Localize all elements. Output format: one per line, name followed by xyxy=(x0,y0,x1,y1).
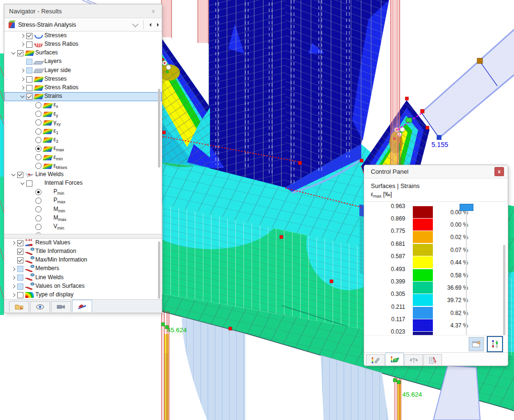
tree-item[interactable]: Mmax xyxy=(4,214,162,222)
tree-item-toggle[interactable] xyxy=(17,266,25,272)
tree-item[interactable]: Stresses xyxy=(4,32,162,40)
tree-item-toggle[interactable] xyxy=(17,257,25,263)
tree-item[interactable]: εx xyxy=(4,101,162,110)
tree-item[interactable]: Surfaces xyxy=(4,49,162,57)
expander-icon[interactable] xyxy=(10,284,17,289)
panel-options-button[interactable] xyxy=(469,337,484,351)
expander-icon[interactable] xyxy=(19,59,26,65)
tree-item-toggle[interactable] xyxy=(17,274,25,281)
scale-slider-handle[interactable] xyxy=(460,204,473,211)
expander-icon[interactable] xyxy=(28,103,35,108)
tree-scrollbar[interactable] xyxy=(158,89,160,168)
expander-icon[interactable] xyxy=(28,120,35,126)
tree-item-toggle[interactable] xyxy=(26,33,34,39)
expander-icon[interactable] xyxy=(28,215,35,221)
legend-color-band[interactable] xyxy=(413,231,433,243)
tree-item[interactable]: Vmin xyxy=(4,222,162,231)
tree-item-toggle[interactable] xyxy=(35,146,43,152)
tab-display[interactable] xyxy=(30,301,50,312)
scale-slider-track[interactable] xyxy=(466,209,467,338)
tree-item[interactable]: Stress Ratios xyxy=(4,84,162,92)
expander-icon[interactable] xyxy=(10,257,17,263)
tree-item[interactable]: εmin xyxy=(4,153,162,162)
tab-color-scale-surfaces[interactable] xyxy=(385,353,404,366)
expander-icon[interactable] xyxy=(28,146,35,152)
chevron-down-icon[interactable] xyxy=(132,21,138,27)
expander-icon[interactable] xyxy=(19,42,26,47)
tab-comparison-scales[interactable] xyxy=(404,354,423,366)
expander-icon[interactable] xyxy=(28,232,35,234)
legend-color-band[interactable] xyxy=(413,269,433,282)
legend-color-band[interactable] xyxy=(413,244,433,256)
tree-item-toggle[interactable] xyxy=(35,232,43,234)
expander-icon[interactable] xyxy=(19,94,26,99)
tree-item-toggle[interactable] xyxy=(26,42,34,48)
expander-icon[interactable] xyxy=(19,180,26,186)
tree-item[interactable]: Layers xyxy=(4,58,162,66)
tree-item-toggle[interactable] xyxy=(26,180,34,187)
legend-color-band[interactable] xyxy=(413,282,433,294)
navigator-close-icon[interactable]: x xyxy=(149,7,157,15)
expander-icon[interactable] xyxy=(28,163,35,169)
expander-icon[interactable] xyxy=(28,128,35,134)
tree-item[interactable]: Result Values xyxy=(4,239,162,247)
tree-item[interactable] xyxy=(4,231,162,234)
tree-item[interactable]: ε1 xyxy=(4,127,162,136)
tab-result-pointer[interactable] xyxy=(423,354,442,366)
legend-color-band[interactable] xyxy=(413,206,433,219)
control-panel-titlebar[interactable]: Control Panel x xyxy=(364,165,508,178)
tree-item[interactable]: Pmin xyxy=(4,188,162,196)
expander-icon[interactable] xyxy=(10,172,17,178)
expander-icon[interactable] xyxy=(10,292,17,298)
control-panel-close-icon[interactable]: x xyxy=(494,167,504,176)
tree-item-toggle[interactable] xyxy=(35,224,43,230)
tree-item-toggle[interactable] xyxy=(35,215,43,221)
expander-icon[interactable] xyxy=(19,76,26,82)
tree-item-toggle[interactable] xyxy=(17,284,25,290)
next-arrow-icon[interactable] xyxy=(157,23,159,27)
tab-color-scale-edit[interactable] xyxy=(366,354,385,366)
legend-color-band[interactable] xyxy=(413,219,433,231)
navigator-titlebar[interactable]: Navigator - Results x xyxy=(4,4,162,18)
tree-item[interactable]: Stresses xyxy=(4,75,162,84)
tree-item-toggle[interactable] xyxy=(35,102,43,108)
expander-icon[interactable] xyxy=(28,155,35,160)
tree-item[interactable]: γxy xyxy=(4,118,162,127)
tree-item[interactable]: Stress Ratios xyxy=(4,40,162,49)
tab-data[interactable] xyxy=(9,301,29,312)
tree-item[interactable]: Max/Min Information xyxy=(4,256,162,264)
expander-icon[interactable] xyxy=(10,266,17,272)
expander-icon[interactable] xyxy=(19,85,26,91)
tree-item[interactable]: Line Welds xyxy=(4,170,162,179)
tree-item[interactable]: ε2 xyxy=(4,136,162,144)
tree-item[interactable]: Type of display xyxy=(4,291,162,299)
tree-splitter[interactable] xyxy=(4,234,162,239)
tab-results[interactable] xyxy=(72,300,92,312)
tree-item-toggle[interactable] xyxy=(35,189,43,195)
legend-color-band[interactable] xyxy=(413,256,433,269)
tree-item[interactable]: Pmax xyxy=(4,197,162,205)
tree-item-toggle[interactable] xyxy=(35,154,43,160)
double-scale-button[interactable] xyxy=(487,336,503,352)
tree-item-toggle[interactable] xyxy=(35,198,43,204)
tree-item[interactable]: Strains xyxy=(4,92,162,101)
legend-color-band[interactable] xyxy=(413,294,433,306)
expander-icon[interactable] xyxy=(28,137,35,143)
tree-item[interactable]: Mmin xyxy=(4,205,162,214)
expander-icon[interactable] xyxy=(28,198,35,204)
tree-item-toggle[interactable] xyxy=(35,206,43,212)
expander-icon[interactable] xyxy=(10,50,17,56)
tree-item[interactable]: εmax xyxy=(4,144,162,153)
analysis-dropdown[interactable]: Stress-Strain Analysis xyxy=(4,18,162,32)
expander-icon[interactable] xyxy=(19,68,26,74)
expander-icon[interactable] xyxy=(28,111,35,117)
expander-icon[interactable] xyxy=(19,33,26,39)
tree-item[interactable]: Layer side xyxy=(4,66,162,75)
prev-arrow-icon[interactable] xyxy=(149,23,151,27)
tab-views[interactable] xyxy=(51,301,71,312)
legend-color-band[interactable] xyxy=(413,307,433,319)
tree-item[interactable]: Values on Surfaces xyxy=(4,282,162,291)
tree-item[interactable]: εy xyxy=(4,110,162,118)
expander-icon[interactable] xyxy=(10,249,17,254)
lower-tree-scrollbar[interactable] xyxy=(158,242,160,299)
